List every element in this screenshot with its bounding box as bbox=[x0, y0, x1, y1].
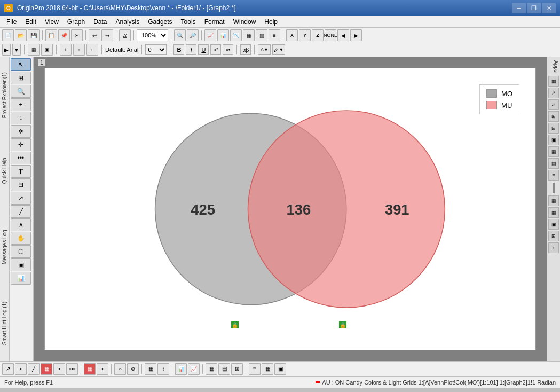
tool-rotate[interactable]: ↕ bbox=[11, 112, 31, 124]
italic-button[interactable]: I bbox=[186, 44, 196, 55]
right-btn-14[interactable]: ↕ bbox=[548, 242, 559, 253]
right-btn-2[interactable]: ↗ bbox=[548, 88, 559, 98]
tb-cut[interactable]: ✂ bbox=[71, 29, 83, 41]
tb-arrow-left[interactable]: ◀ bbox=[337, 29, 349, 41]
zoom-dropdown[interactable]: 100% bbox=[137, 29, 168, 41]
tool-scale[interactable]: ⊟ bbox=[11, 178, 31, 191]
menu-gadgets[interactable]: Gadgets bbox=[144, 16, 176, 27]
right-btn-4[interactable]: ⊞ bbox=[548, 111, 559, 122]
right-btn-11[interactable]: ▦ bbox=[548, 207, 559, 218]
right-btn-1[interactable]: ▦ bbox=[548, 76, 559, 87]
tool-screen-reader[interactable]: ✛ bbox=[11, 138, 31, 151]
tb-undo[interactable]: ↩ bbox=[89, 29, 100, 41]
bt-btn-10[interactable]: ⊕ bbox=[127, 363, 139, 375]
bt-btn-19[interactable]: ▦ bbox=[262, 363, 273, 375]
tool-shape2[interactable]: ▣ bbox=[11, 258, 31, 271]
menu-edit[interactable]: Edit bbox=[21, 16, 41, 27]
tb-z-axis[interactable]: Z bbox=[312, 29, 324, 41]
bt-btn-5[interactable]: • bbox=[53, 363, 65, 375]
tb-layer[interactable]: ▦ bbox=[28, 44, 40, 56]
tb-graph3[interactable]: 📉 bbox=[230, 29, 242, 41]
bt-btn-8[interactable]: • bbox=[97, 363, 108, 375]
bt-btn-14[interactable]: 📈 bbox=[188, 363, 200, 375]
menu-file[interactable]: File bbox=[2, 16, 21, 27]
right-btn-10[interactable]: ▦ bbox=[548, 195, 559, 206]
menu-window[interactable]: Window bbox=[229, 16, 261, 27]
menu-data[interactable]: Data bbox=[89, 16, 111, 27]
right-btn-3[interactable]: ↙ bbox=[548, 99, 559, 110]
right-btn-9[interactable]: ≡ bbox=[548, 170, 559, 181]
tool-polyline[interactable]: ∧ bbox=[11, 218, 31, 231]
tool-insert-graph[interactable]: 📊 bbox=[11, 272, 31, 285]
tb-copy[interactable]: 📋 bbox=[45, 29, 57, 41]
right-btn-12[interactable]: ▣ bbox=[548, 219, 559, 230]
lock-icon-right[interactable]: 🔒 bbox=[339, 321, 346, 328]
tb-zoom-out[interactable]: 🔎 bbox=[187, 29, 199, 41]
menu-tools[interactable]: Tools bbox=[177, 16, 200, 27]
bt-btn-17[interactable]: ⊞ bbox=[231, 363, 243, 375]
menu-analysis[interactable]: Analysis bbox=[112, 16, 144, 27]
sidebar-quick-help[interactable]: Quick Help bbox=[0, 133, 9, 209]
right-btn-8[interactable]: ▤ bbox=[548, 158, 559, 169]
bg-color-button[interactable]: 🖊▼ bbox=[272, 44, 285, 55]
bt-btn-11[interactable]: ▦ bbox=[145, 363, 156, 375]
tool-select[interactable]: ↖ bbox=[11, 58, 31, 71]
restore-button[interactable]: ❐ bbox=[527, 3, 541, 13]
lock-icon-left[interactable]: 🔒 bbox=[231, 321, 239, 328]
menu-view[interactable]: View bbox=[41, 16, 63, 27]
tool-data-reader[interactable]: ✲ bbox=[11, 125, 31, 138]
tb-open[interactable]: 📂 bbox=[15, 29, 27, 41]
bt-btn-12[interactable]: ↕ bbox=[157, 363, 169, 375]
tool-hand[interactable]: ✋ bbox=[11, 232, 31, 245]
bt-btn-1[interactable]: ↗ bbox=[2, 363, 14, 375]
right-btn-5[interactable]: ⊟ bbox=[548, 123, 559, 134]
sidebar-project-explorer[interactable]: Project Explorer (1) bbox=[0, 57, 9, 133]
underline-button[interactable]: U bbox=[198, 44, 209, 55]
tb-redo[interactable]: ↪ bbox=[101, 29, 113, 41]
right-btn-6[interactable]: ▣ bbox=[548, 135, 559, 145]
bt-btn-9[interactable]: ○ bbox=[114, 363, 126, 375]
tb-graph4[interactable]: ▦ bbox=[243, 29, 255, 41]
bt-btn-13[interactable]: 📊 bbox=[175, 363, 187, 375]
tb-obj1[interactable]: ↕ bbox=[73, 44, 85, 56]
tb-graph6[interactable]: ≡ bbox=[269, 29, 280, 41]
tool-zoom[interactable]: 🔍 bbox=[11, 85, 31, 98]
close-button[interactable]: ✕ bbox=[542, 3, 556, 13]
bold-button[interactable]: B bbox=[173, 44, 184, 55]
bt-btn-20[interactable]: ▣ bbox=[274, 363, 286, 375]
bt-btn-16[interactable]: ▤ bbox=[218, 363, 230, 375]
tb-layer2[interactable]: ▣ bbox=[41, 44, 53, 56]
font-size-select[interactable]: 0 bbox=[145, 44, 167, 55]
bt-btn-4[interactable]: ▦ bbox=[41, 363, 52, 375]
right-btn-7[interactable]: ▦ bbox=[548, 146, 559, 157]
tool-text[interactable]: T bbox=[11, 165, 31, 178]
sidebar-messages-log[interactable]: Messages Log bbox=[0, 209, 9, 285]
tb-graph2[interactable]: 📊 bbox=[217, 29, 229, 41]
bt-btn-18[interactable]: ≡ bbox=[249, 363, 261, 375]
tb-add[interactable]: + bbox=[60, 44, 72, 56]
sidebar-smart-hint[interactable]: Smart Hint Log (1) bbox=[0, 285, 9, 361]
tb-graph1[interactable]: 📈 bbox=[204, 29, 216, 41]
menu-graph[interactable]: Graph bbox=[63, 16, 89, 27]
tb-print[interactable]: 🖨 bbox=[119, 29, 131, 41]
tb-y-axis[interactable]: Y bbox=[299, 29, 311, 41]
tb-x-axis[interactable]: X bbox=[286, 29, 298, 41]
tb-zoom-in[interactable]: 🔍 bbox=[174, 29, 186, 41]
bt-btn-2[interactable]: • bbox=[15, 363, 27, 375]
font-color-button[interactable]: A▼ bbox=[258, 44, 271, 55]
tb-paste[interactable]: 📌 bbox=[58, 29, 70, 41]
minimize-button[interactable]: ─ bbox=[512, 3, 526, 13]
tb-arrow-right[interactable]: ▶ bbox=[350, 29, 362, 41]
tb-obj2[interactable]: ↔ bbox=[86, 44, 98, 56]
bt-btn-6[interactable]: ••• bbox=[66, 363, 78, 375]
bt-btn-7[interactable]: ▦ bbox=[84, 363, 96, 375]
tb-format1[interactable]: ▶ bbox=[2, 44, 11, 56]
right-scrollbar[interactable] bbox=[553, 183, 555, 193]
bt-btn-3[interactable]: ╱ bbox=[28, 363, 40, 375]
tool-zoom-select[interactable]: ⊞ bbox=[11, 72, 31, 84]
tool-pan[interactable]: + bbox=[11, 98, 31, 111]
menu-format[interactable]: Format bbox=[200, 16, 229, 27]
alpha-button[interactable]: αβ bbox=[240, 44, 251, 55]
tb-new[interactable]: 📄 bbox=[2, 29, 14, 41]
bt-btn-15[interactable]: ▦ bbox=[206, 363, 217, 375]
